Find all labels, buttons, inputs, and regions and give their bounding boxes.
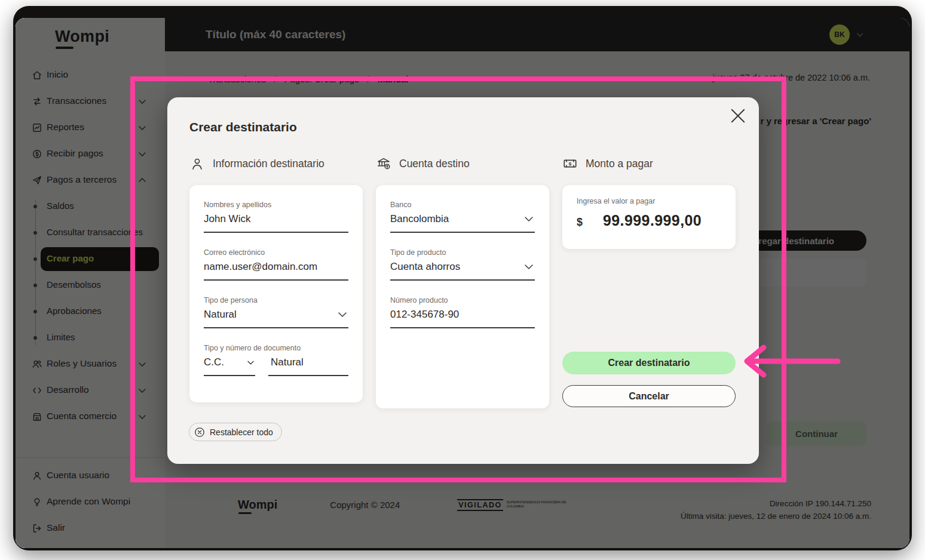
field-banco: Banco Bancolombia xyxy=(390,201,535,233)
banco-select[interactable]: Bancolombia xyxy=(390,213,535,233)
numero-producto-input[interactable]: 012-345678-90 xyxy=(390,309,535,328)
field-label: Tipo de producto xyxy=(390,248,535,257)
amount-input[interactable]: $ 99.999.999,00 xyxy=(577,212,721,229)
info-card: Nombres y apellidos John Wick Correo ele… xyxy=(189,185,363,402)
svg-text:$: $ xyxy=(569,161,572,167)
section-header: Información destinatario xyxy=(189,155,363,173)
money-icon: $ xyxy=(562,156,578,171)
cancelar-button[interactable]: Cancelar xyxy=(562,385,736,407)
section-title: Monto a pagar xyxy=(586,158,653,170)
field-documento: Tipo y número de documento C.C. Natural xyxy=(204,344,348,376)
section-header: $ Monto a pagar xyxy=(562,155,736,173)
cuenta-card: Banco Bancolombia Tipo de producto Cuent… xyxy=(376,185,549,408)
section-cuenta-destino: Cuenta destino Banco Bancolombia Tipo de… xyxy=(376,155,549,408)
field-label: Tipo de persona xyxy=(204,296,348,304)
section-informacion-destinatario: Información destinatario Nombres y apell… xyxy=(189,155,363,402)
section-header: Cuenta destino xyxy=(376,155,549,173)
circle-x-icon xyxy=(194,427,205,438)
modal-title: Crear destinatario xyxy=(189,120,297,134)
field-label: Correo electrónico xyxy=(204,248,348,257)
field-numero-producto: Número producto 012-345678-90 xyxy=(390,296,535,328)
field-label: Tipo y número de documento xyxy=(204,344,348,352)
field-correo: Correo electrónico name.user@domain.com xyxy=(204,248,348,281)
chevron-down-icon xyxy=(246,358,255,367)
section-title: Cuenta destino xyxy=(399,158,470,170)
field-tipo-persona: Tipo de persona Natural xyxy=(204,296,348,328)
person-icon xyxy=(189,156,205,171)
tipo-documento-select[interactable]: C.C. xyxy=(204,356,255,376)
field-label: Banco xyxy=(390,201,535,209)
tipo-producto-select[interactable]: Cuenta ahorros xyxy=(390,261,535,281)
close-icon[interactable] xyxy=(728,106,748,126)
bank-icon xyxy=(376,156,391,171)
chevron-down-icon xyxy=(523,261,535,273)
field-tipo-producto: Tipo de producto Cuenta ahorros xyxy=(390,248,535,281)
field-label: Ingresa el valor a pagar xyxy=(577,197,721,205)
chevron-down-icon xyxy=(523,213,535,225)
field-nombres: Nombres y apellidos John Wick xyxy=(204,201,348,233)
correo-input[interactable]: name.user@domain.com xyxy=(204,261,348,281)
crear-destinatario-modal: Crear destinatario Información destinata… xyxy=(167,97,759,464)
monto-card: Ingresa el valor a pagar $ 99.999.999,00 xyxy=(562,185,736,249)
restablecer-todo-button[interactable]: Restablecer todo xyxy=(189,423,282,441)
nombres-input[interactable]: John Wick xyxy=(204,213,348,233)
currency-symbol: $ xyxy=(577,216,583,229)
amount-value: 99.999.999,00 xyxy=(603,212,702,229)
restablecer-todo-label: Restablecer todo xyxy=(210,427,273,437)
tipo-persona-select[interactable]: Natural xyxy=(204,309,348,328)
section-title: Información destinatario xyxy=(213,158,324,170)
field-label: Nombres y apellidos xyxy=(204,201,348,209)
field-label: Número producto xyxy=(390,296,535,304)
section-monto-a-pagar: $ Monto a pagar Ingresa el valor a pagar… xyxy=(562,155,736,249)
screenshot-canvas: Wompi Inicio Transacciones xyxy=(0,0,925,560)
crear-destinatario-button[interactable]: Crear destinatario xyxy=(562,352,736,374)
numero-documento-input[interactable]: Natural xyxy=(268,356,348,376)
chevron-down-icon xyxy=(336,309,348,321)
